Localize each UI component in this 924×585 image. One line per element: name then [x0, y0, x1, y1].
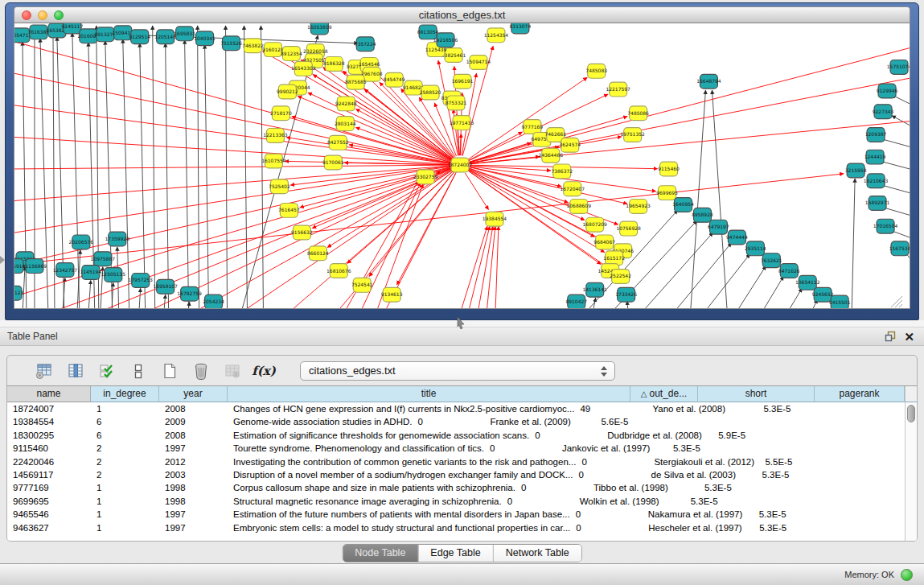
graph-node-teal[interactable]: 16958107 [153, 279, 178, 294]
vertical-scrollbar[interactable] [905, 402, 917, 541]
graph-node-yellow[interactable]: 12217597 [606, 82, 630, 97]
graph-node-yellow[interactable]: 24364486 [539, 148, 564, 163]
graph-node-teal[interactable]: 16782759 [177, 286, 202, 301]
table-row[interactable]: 1830029562008Estimation of significance … [7, 429, 905, 442]
new-table-icon[interactable] [160, 361, 179, 381]
graph-node-teal[interactable]: 12342757 [53, 263, 78, 278]
column-header-pagerank[interactable]: pagerank [815, 386, 905, 402]
float-panel-icon[interactable] [885, 331, 896, 342]
graph-node-yellow[interactable]: 8427552 [327, 135, 349, 150]
table-selector-dropdown[interactable]: citations_edges.txt [300, 361, 615, 381]
show-columns-icon[interactable] [66, 361, 85, 381]
graph-node-teal[interactable]: 9129514 [129, 30, 150, 44]
window-titlebar[interactable]: citations_edges.txt [14, 6, 910, 23]
graph-node-yellow[interactable]: 9115460 [658, 162, 680, 176]
table-row[interactable]: 1938455462009Genome-wide association stu… [7, 415, 905, 428]
graph-node-teal[interactable]: 10975887 [91, 252, 116, 266]
graph-node-teal[interactable]: 16210643 [864, 174, 889, 188]
graph-node-yellow[interactable]: 1615172 [603, 251, 625, 266]
graph-node-yellow[interactable]: 7485086 [627, 106, 649, 121]
graph-node-yellow[interactable]: 2588520 [420, 85, 441, 100]
graph-node-yellow[interactable]: 1696191 [452, 74, 474, 89]
tab-network-table[interactable]: Network Table [493, 545, 581, 562]
table-row[interactable]: 1872400712008Changes of HCN gene express… [7, 402, 905, 415]
graph-node-yellow[interactable]: 16807209 [582, 217, 607, 232]
graph-node-yellow[interactable]: 8660124 [307, 246, 329, 261]
graph-node-yellow[interactable]: 10756928 [616, 221, 641, 236]
graph-node-teal[interactable]: 1733426 [615, 287, 637, 302]
column-header-in_degree[interactable]: in_degree [91, 386, 159, 402]
graph-node-yellow[interactable]: 8186328 [323, 57, 345, 72]
table-row[interactable]: 946554611997Estimation of the future num… [7, 508, 905, 521]
column-header-title[interactable]: title [228, 386, 630, 402]
tab-node-table[interactable]: Node Table [343, 545, 417, 562]
graph-node-yellow[interactable]: 12213363 [263, 129, 288, 143]
graph-node-yellow[interactable]: 2803144 [335, 117, 356, 131]
graph-node-teal[interactable]: 1145194 [80, 266, 102, 280]
memory-status-icon[interactable] [901, 569, 913, 581]
graph-node-teal[interactable]: 12505135 [101, 268, 126, 282]
graph-node-yellow[interactable]: 7524541 [351, 278, 373, 292]
graph-node-teal[interactable]: 20206576 [69, 235, 94, 249]
tab-edge-table[interactable]: Edge Table [417, 545, 492, 562]
graph-node-yellow[interactable]: 16543302 [291, 61, 316, 76]
graph-node-teal[interactable]: 9415501 [829, 295, 851, 308]
graph-node-teal[interactable]: 15892971 [865, 196, 890, 211]
graph-node-teal[interactable]: 9056123 [14, 286, 24, 300]
graph-node-teal[interactable]: 16648794 [696, 74, 721, 89]
network-graph-svg[interactable]: 7463822916012889123542322605893275051654… [14, 23, 910, 308]
graph-node-yellow[interactable]: 10688609 [567, 200, 592, 214]
graph-node-yellow[interactable]: 7616457 [278, 203, 300, 217]
table-row[interactable]: 977716911998Corpus callosum shape and si… [7, 481, 905, 494]
graph-node-teal[interactable]: 9474444 [726, 230, 748, 245]
graph-node-yellow[interactable]: 8454749 [384, 72, 405, 87]
graph-node-yellow[interactable]: 23302759 [413, 170, 438, 184]
close-window-icon[interactable] [22, 10, 31, 20]
table-row[interactable]: 1456911722003Disruption of a novel membe… [7, 468, 905, 481]
graph-node-yellow[interactable]: 7463822 [242, 39, 264, 53]
graph-node-yellow[interactable]: 9699695 [656, 186, 678, 200]
graph-node-yellow[interactable]: 19384554 [483, 212, 507, 226]
graph-node-hub[interactable]: 18724007 [448, 158, 473, 172]
table-mode-icon[interactable] [35, 361, 54, 381]
graph-node-teal[interactable]: 1040341 [194, 31, 216, 46]
graph-node-yellow[interactable]: 7386372 [551, 164, 573, 179]
delete-table-icon[interactable] [223, 361, 242, 381]
graph-node-teal[interactable]: 9129946 [877, 84, 898, 98]
column-header-short[interactable]: short [698, 386, 815, 402]
graph-node-teal[interactable]: 17016504 [873, 219, 898, 233]
graph-node-teal[interactable]: 1205140 [154, 30, 176, 44]
graph-node-yellow[interactable]: 9156632 [291, 225, 313, 240]
graph-node-teal[interactable]: 19218506 [433, 33, 458, 47]
graph-node-yellow[interactable]: 9170061 [322, 155, 344, 170]
scrollbar-thumb[interactable] [907, 405, 915, 422]
graph-node-yellow[interactable]: 7485083 [585, 64, 607, 78]
graph-node-teal[interactable]: 1244419 [864, 150, 886, 164]
graph-node-teal[interactable]: 6479197 [708, 220, 729, 234]
graph-node-teal[interactable]: 8471626 [778, 264, 800, 278]
graph-node-yellow[interactable]: 9242848 [335, 97, 357, 111]
graph-node-yellow[interactable]: 16720407 [561, 182, 585, 196]
graph-node-yellow[interactable]: 19771433 [450, 116, 474, 130]
function-builder-icon[interactable]: f(x) [254, 361, 273, 381]
close-panel-icon[interactable]: ✕ [904, 331, 914, 343]
graph-node-yellow[interactable]: 8875685 [345, 75, 367, 89]
delete-rows-icon[interactable] [191, 361, 211, 381]
select-all-icon[interactable] [97, 361, 117, 381]
graph-node-teal[interactable]: 1695831 [174, 27, 195, 41]
graph-node-teal[interactable]: 3215958 [845, 163, 867, 178]
graph-node-yellow[interactable]: 9134613 [381, 287, 403, 302]
table-row[interactable]: 946362711997Embryonic stem cells: a mode… [7, 521, 905, 534]
table-row[interactable]: 2242004622012Investigating the contribut… [7, 455, 905, 468]
graph-node-yellow[interactable]: 9777169 [522, 120, 544, 134]
graph-node-yellow[interactable]: 16810676 [326, 264, 351, 278]
graph-node-teal[interactable]: 1209387 [865, 128, 887, 142]
table-row[interactable]: 969969511998Structural magnetic resonanc… [7, 495, 905, 508]
column-header-year[interactable]: year [159, 386, 228, 402]
graph-node-yellow[interactable]: 9990212 [277, 84, 298, 99]
graph-node-yellow[interactable]: 2718170 [270, 106, 292, 121]
graph-node-teal[interactable]: 17359928 [105, 232, 130, 246]
graph-node-yellow[interactable]: 16107554 [261, 154, 286, 168]
graph-node-teal[interactable]: 14136141 [582, 282, 607, 297]
graph-node-yellow[interactable]: 19654923 [626, 200, 651, 214]
